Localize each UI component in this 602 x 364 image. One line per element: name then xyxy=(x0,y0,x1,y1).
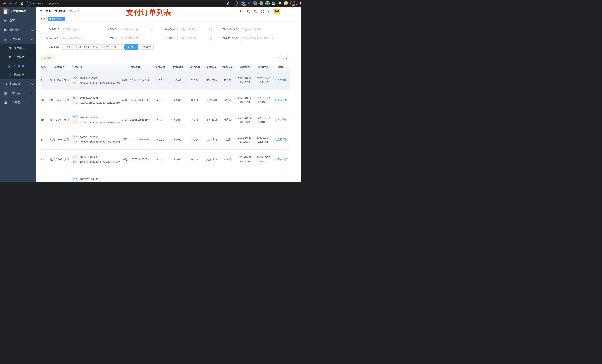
refund-amount-cell: ¥ 0.00 xyxy=(186,79,204,82)
breadcrumb: 首页 / 支付管理 / 支付订单 xyxy=(46,10,80,13)
sidebar-item-refund-order[interactable]: 退款订单 xyxy=(0,71,36,79)
search-icon xyxy=(275,99,277,101)
bookmark-star-icon[interactable] xyxy=(232,2,236,5)
goods-title-cell: 标题：1635312124656 xyxy=(119,79,151,82)
column-header: 支付渠道 xyxy=(49,65,70,69)
navbar: 首页 / 支付管理 / 支付订单 TT xyxy=(36,7,301,16)
dot-extension-icon[interactable] xyxy=(259,1,263,5)
fee-amount-cell: ¥ 0.00 xyxy=(169,118,186,121)
search-button[interactable]: 搜索 xyxy=(124,44,138,50)
breadcrumb-current: 支付订单 xyxy=(69,10,80,13)
emoji-extension-icon[interactable] xyxy=(284,1,288,5)
action-cell: 查看详情 xyxy=(272,158,290,161)
create-time-range-picker[interactable]: 2021-10-01 00:00:00 - 2021-10-31 23:59:5… xyxy=(61,44,123,50)
reset-button[interactable]: 重置 xyxy=(140,44,154,50)
sidebar-fold-icon[interactable] xyxy=(39,10,43,13)
tab-pay-order[interactable]: 支付订单 × xyxy=(48,17,65,21)
channel-order-no-input[interactable] xyxy=(61,35,96,41)
breadcrumb-pay[interactable]: 支付管理 xyxy=(55,10,65,13)
search-icon[interactable] xyxy=(240,10,243,13)
goods-title-cell: 标题：1635311468233 xyxy=(119,158,151,161)
back-icon[interactable] xyxy=(2,1,7,6)
shop-icon xyxy=(8,47,11,50)
search-icon xyxy=(275,79,277,81)
avatar-caret-icon[interactable] xyxy=(283,11,285,12)
sidebar-logo[interactable]: 芋道管理系统 xyxy=(0,7,36,16)
notify-status-cell: 未通知 xyxy=(220,98,236,102)
update-button[interactable]: 更新 xyxy=(290,1,297,6)
pay-channel-cell: 微信 JSAPI 支付 xyxy=(49,158,70,161)
breadcrumb-home[interactable]: 首页 xyxy=(46,10,51,13)
merchant-order-no-input[interactable] xyxy=(240,27,275,32)
y-extension-icon[interactable]: y xyxy=(266,1,269,5)
refresh-table-button[interactable] xyxy=(284,55,289,60)
create-time-cell: 2021-10-2713:17:03 xyxy=(236,135,254,144)
sidebar-item-merchant-info[interactable]: 商户信息 xyxy=(0,44,36,53)
create-time-cell: 2021-10-2713:18:02 xyxy=(236,116,254,124)
sidebar-item-label: 系统管理 xyxy=(10,28,32,32)
command-extension-icon[interactable]: ⌘ xyxy=(253,1,257,5)
pay-status-cell: 支付成功 xyxy=(204,138,220,141)
merchant-tag: 商户 xyxy=(72,76,78,80)
pay-channel-cell: 微信 JSAPI 支付 xyxy=(49,79,70,82)
forward-icon[interactable] xyxy=(8,1,13,6)
search-icon xyxy=(278,57,281,59)
pay-order-cell: 商户 1635312124657 支付 42000011742021102780… xyxy=(70,75,119,86)
help-icon[interactable] xyxy=(254,10,258,13)
address-bar[interactable]: localhost:1024/pay/order xyxy=(27,1,238,6)
puzzle-extension-icon[interactable] xyxy=(278,1,282,5)
toggle-search-button[interactable] xyxy=(277,55,282,60)
sidebar-item-infra[interactable]: 基础设施 xyxy=(0,79,36,89)
sidebar-item-app-info[interactable]: 应用信息 xyxy=(0,53,36,62)
export-button[interactable]: 导出 xyxy=(41,55,54,60)
pay-time-cell: 2021-10-2713:18:10 xyxy=(254,116,272,124)
sidebar-item-pay-order[interactable]: 支付订单 xyxy=(0,62,36,71)
github-icon[interactable] xyxy=(247,10,250,13)
share-icon[interactable] xyxy=(227,2,230,5)
reload-icon[interactable] xyxy=(14,1,19,6)
view-detail-link[interactable]: 查看详情 xyxy=(275,118,288,122)
fullscreen-icon[interactable] xyxy=(261,10,265,13)
channel-code-select[interactable] xyxy=(177,27,212,32)
pay-status-select[interactable] xyxy=(119,35,154,41)
merchant-select[interactable] xyxy=(61,27,96,32)
browser-menu-icon[interactable]: ⋮ xyxy=(299,2,301,5)
font-size-icon[interactable]: TT xyxy=(268,10,271,13)
close-tab-icon[interactable]: × xyxy=(62,18,63,20)
channel-pay-no: 4200001167202110271022491439 xyxy=(80,141,119,144)
pay-tag: 支付 xyxy=(72,120,78,125)
order-id-cell: 18 xyxy=(41,138,49,141)
column-header: 商品标题 xyxy=(119,65,151,69)
app-select[interactable] xyxy=(119,27,154,32)
sketch-extension-icon[interactable]: 10 xyxy=(241,1,245,5)
sidebar-item-label: 商户信息 xyxy=(14,47,24,50)
channel-pay-no: 4200001174202110278060590766 xyxy=(80,81,119,84)
view-detail-link[interactable]: 查看详情 xyxy=(275,158,288,161)
pay-amount-cell: ¥ 0.01 xyxy=(151,99,169,102)
url-text: localhost:1024/pay/order xyxy=(33,2,225,5)
sidebar-item-pay[interactable]: 支付管理 xyxy=(0,35,36,44)
chat-extension-icon[interactable] xyxy=(272,1,276,5)
table-row: 19 微信 JSAPI 支付 商户 1635311881440 支付 42000… xyxy=(41,110,290,130)
refund-status-select[interactable] xyxy=(177,35,212,41)
home-icon[interactable] xyxy=(20,1,25,6)
view-detail-link[interactable]: 查看详情 xyxy=(275,79,288,82)
gem-extension-icon[interactable] xyxy=(247,1,251,5)
view-detail-link[interactable]: 查看详情 xyxy=(275,138,288,141)
view-detail-link[interactable]: 查看详情 xyxy=(275,98,288,102)
tab-home[interactable]: 首页 xyxy=(39,17,47,21)
column-header: 支付状态 xyxy=(204,65,220,69)
pay-time-cell: 2021-10-2713:22:15 xyxy=(254,76,272,84)
sidebar-item-workflow[interactable]: 工作流程 xyxy=(0,98,36,107)
pay-order-cell: 商户 1635311468233 支付 42000011942021102767… xyxy=(70,154,119,165)
sidebar-item-home[interactable]: 首页 xyxy=(0,16,36,25)
avatar[interactable] xyxy=(274,9,280,14)
refund-amount-cell: ¥ 0.00 xyxy=(186,158,204,161)
sidebar-item-devtool[interactable]: 研发工具 xyxy=(0,89,36,98)
site-info-icon[interactable] xyxy=(29,2,32,5)
toolbox-icon xyxy=(4,92,7,95)
notify-status-select[interactable] xyxy=(240,35,275,41)
range-separator: - xyxy=(90,46,92,48)
sidebar-item-system[interactable]: 系统管理 xyxy=(0,25,36,35)
browser-toolbar: localhost:1024/pay/order 10 ⌘ y 更新 ⋮ xyxy=(0,0,301,7)
